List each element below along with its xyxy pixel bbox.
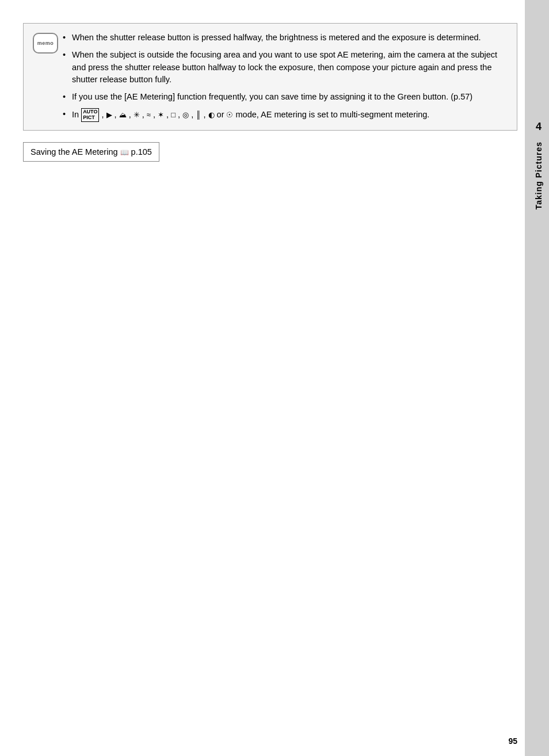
bullet4-comma8: , [191, 109, 196, 119]
list-item: If you use the [AE Metering] function fr… [63, 91, 508, 104]
scene-icon-4: ≈ [147, 109, 151, 121]
bullet4-comma3: , [129, 109, 134, 119]
memo-icon-container: memo [33, 32, 63, 54]
memo-content: When the shutter release button is press… [63, 32, 508, 122]
bullet3-text: If you use the [AE Metering] function fr… [72, 92, 472, 101]
scene-icon-10: ☉ [226, 109, 233, 121]
scene-icon-1: ▶ [106, 109, 112, 121]
bullet4-comma5: , [153, 109, 158, 119]
memo-box: memo When the shutter release button is … [23, 23, 517, 131]
scene-icon-6: □ [171, 109, 176, 121]
scene-icon-5: ✶ [158, 109, 164, 121]
scene-icon-9: ◐ [208, 109, 215, 121]
list-item: When the shutter release button is press… [63, 32, 508, 44]
chapter-tab: 4 Taking Pictures [528, 115, 549, 215]
list-item: In AUTOPICT , ▶ , ⛰ , ✳ , ≈ , ✶ [63, 108, 508, 122]
scene-icon-8: ║ [196, 109, 201, 121]
bullet4-text-mode: mode, AE metering is set to multi-segmen… [236, 109, 430, 119]
memo-icon-label: memo [37, 40, 54, 46]
memo-list: When the shutter release button is press… [63, 32, 508, 122]
bullet4-comma1: , [102, 109, 106, 119]
bullet4-comma7: , [178, 109, 182, 119]
main-content: memo When the shutter release button is … [23, 23, 517, 733]
chapter-title: Taking Pictures [534, 142, 543, 209]
right-sidebar: 4 Taking Pictures [525, 0, 549, 756]
page-number: 95 [508, 736, 517, 746]
saving-box: Saving the AE Metering 📖 p.105 [23, 142, 159, 162]
page: 4 Taking Pictures 95 memo When the shutt… [0, 0, 549, 756]
bullet2-text: When the subject is outside the focusing… [72, 50, 497, 85]
saving-label: Saving the AE Metering [30, 147, 118, 156]
chapter-number: 4 [536, 121, 542, 133]
autopict-icon: AUTOPICT [81, 108, 99, 122]
saving-page-ref: p.105 [131, 147, 152, 156]
bullet1-text: When the shutter release button is press… [72, 33, 481, 42]
scene-icon-7: ◎ [182, 109, 189, 121]
bullet4-comma2: , [115, 109, 119, 119]
bullet4-text-in: In [72, 109, 81, 119]
list-item: When the subject is outside the focusing… [63, 49, 508, 86]
bullet4-comma6: , [166, 109, 171, 119]
bullet4-comma9: , [203, 109, 208, 119]
bullet4-or: or [217, 109, 227, 119]
book-icon: 📖 [120, 148, 129, 156]
scene-icon-3: ✳ [134, 109, 140, 121]
scene-icon-2: ⛰ [119, 109, 127, 121]
memo-icon: memo [33, 33, 58, 54]
bullet4-comma4: , [142, 109, 147, 119]
